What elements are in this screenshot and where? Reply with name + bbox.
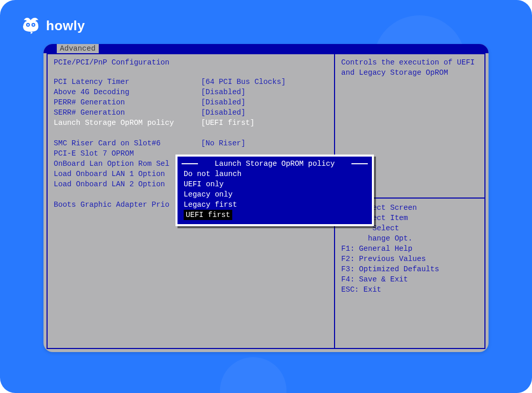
page-background: howly Advanced PCIe/PCI/PnP Configuratio… [0,0,532,393]
setting-row[interactable]: SERR# Generation [Disabled] [54,107,332,118]
setting-label: Above 4G Decoding [54,87,201,97]
setting-row[interactable]: Above 4G Decoding [Disabled] [54,87,332,97]
setting-value: [Disabled] [201,107,246,118]
section-title: PCIe/PCI/PnP Configuration [54,57,332,68]
svg-point-3 [33,24,34,26]
popup-option[interactable]: UEFI only [178,179,372,189]
help-text-line: and Legacy Storage OpROM [341,68,480,78]
brand-logo: howly [21,16,85,35]
setting-row[interactable]: PERR# Generation [Disabled] [54,97,332,107]
key-hint: F2: Previous Values [341,254,480,264]
setting-value: [Disabled] [201,97,246,107]
option-popup: Launch Storage OpROM policy Do not launc… [175,155,374,226]
bios-screenshot-card: Advanced PCIe/PCI/PnP Configuration PCI … [43,44,489,352]
setting-row[interactable]: PCI Latency Timer [64 PCI Bus Clocks] [54,77,332,87]
setting-value: [UEFI first] [201,118,254,128]
owl-icon [21,16,40,35]
key-hint: F4: Save & Exit [341,274,480,285]
setting-label: SMC Riser Card on Slot#6 [54,138,201,148]
setting-value: [Disabled] [201,87,246,97]
key-hint: F1: General Help [341,244,480,254]
decorative-circle [220,357,286,393]
setting-label: Launch Storage OpROM policy [54,118,201,128]
setting-value: [No Riser] [201,138,246,148]
key-hint: F3: Optimized Defaults [341,264,480,274]
setting-row[interactable]: SMC Riser Card on Slot#6 [No Riser] [54,138,332,148]
help-pane: Controls the execution of UEFI and Legac… [341,57,480,78]
brand-name: howly [46,18,85,34]
popup-option[interactable]: Do not launch [178,169,372,179]
popup-option[interactable]: Legacy only [178,189,372,200]
popup-option[interactable]: Legacy first [178,200,372,210]
key-hint: hange Opt. [341,233,480,244]
setting-row-selected[interactable]: Launch Storage OpROM policy [UEFI first] [54,118,332,128]
help-text-line: Controls the execution of UEFI [341,57,480,68]
svg-point-2 [27,24,29,26]
bios-screen: Advanced PCIe/PCI/PnP Configuration PCI … [43,44,489,352]
key-hint: ESC: Exit [341,285,480,295]
setting-label: PERR# Generation [54,97,201,107]
setting-label: SERR# Generation [54,107,201,118]
bios-tab-bar: Advanced [43,44,489,53]
popup-title: Launch Storage OpROM policy [212,159,338,169]
setting-label: PCI Latency Timer [54,77,201,87]
popup-option-highlighted[interactable]: UEFI first [184,210,232,220]
setting-value: [64 PCI Bus Clocks] [201,77,285,87]
tab-advanced[interactable]: Advanced [57,44,99,53]
